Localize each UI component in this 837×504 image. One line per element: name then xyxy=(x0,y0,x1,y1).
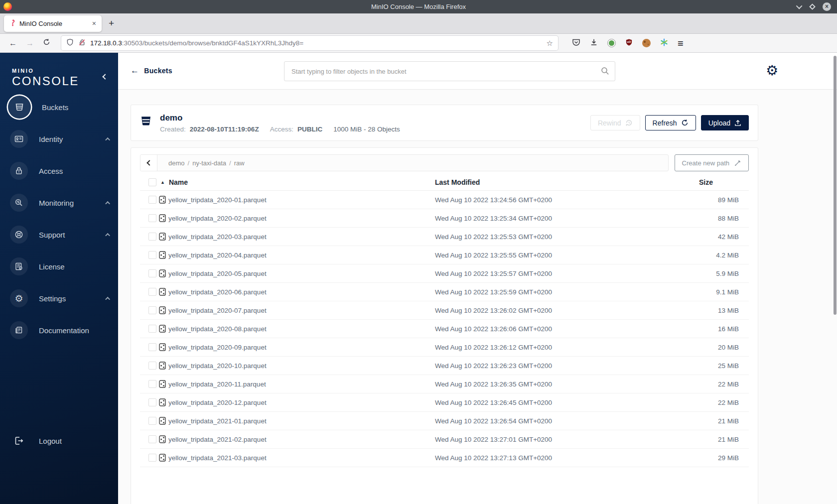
breadcrumb-segment[interactable]: raw xyxy=(234,159,245,167)
forward-icon[interactable]: → xyxy=(26,39,34,48)
table-row[interactable]: yellow_tripdata_2020-10.parquet Wed Aug … xyxy=(140,357,749,375)
object-last-modified: Wed Aug 10 2022 13:26:45 GMT+0200 xyxy=(435,399,699,406)
sidebar-item-documentation[interactable]: Documentation xyxy=(0,318,118,343)
table-row[interactable]: yellow_tripdata_2021-03.parquet Wed Aug … xyxy=(140,449,749,467)
object-name[interactable]: yellow_tripdata_2020-08.parquet xyxy=(168,325,435,333)
column-header-name[interactable]: ▲ Name xyxy=(156,178,435,186)
object-name[interactable]: yellow_tripdata_2020-02.parquet xyxy=(168,215,435,222)
table-row[interactable]: yellow_tripdata_2020-08.parquet Wed Aug … xyxy=(140,320,749,338)
path-back-button[interactable] xyxy=(140,155,157,171)
object-name[interactable]: yellow_tripdata_2020-04.parquet xyxy=(168,252,435,259)
object-name[interactable]: yellow_tripdata_2020-05.parquet xyxy=(168,270,435,277)
breadcrumb-segment[interactable]: ny-taxi-data xyxy=(192,159,226,167)
url-bar[interactable]: 172.18.0.3:30503/buckets/demo/browse/bnk… xyxy=(61,36,558,50)
object-name[interactable]: yellow_tripdata_2021-02.parquet xyxy=(168,436,435,443)
upload-button[interactable]: Upload xyxy=(701,115,749,130)
object-name[interactable]: yellow_tripdata_2020-07.parquet xyxy=(168,307,435,314)
object-name[interactable]: yellow_tripdata_2020-09.parquet xyxy=(168,344,435,351)
rewind-button[interactable]: Rewind xyxy=(590,115,640,130)
rewind-button-label: Rewind xyxy=(598,119,621,127)
maximize-icon[interactable] xyxy=(809,3,816,10)
table-row[interactable]: yellow_tripdata_2021-02.parquet Wed Aug … xyxy=(140,430,749,449)
cookie-icon[interactable] xyxy=(642,39,651,47)
back-icon[interactable]: ← xyxy=(9,39,17,48)
table-row[interactable]: yellow_tripdata_2020-06.parquet Wed Aug … xyxy=(140,283,749,301)
search-input[interactable] xyxy=(284,61,615,81)
table-row[interactable]: yellow_tripdata_2020-09.parquet Wed Aug … xyxy=(140,338,749,357)
chevron-up-icon[interactable] xyxy=(105,296,110,301)
row-checkbox[interactable] xyxy=(148,233,156,241)
bookmark-star-icon[interactable]: ☆ xyxy=(547,39,553,48)
back-to-buckets-link[interactable]: ← Buckets xyxy=(131,66,172,76)
object-name[interactable]: yellow_tripdata_2021-03.parquet xyxy=(168,454,435,462)
table-row[interactable]: yellow_tripdata_2020-01.parquet Wed Aug … xyxy=(140,191,749,209)
table-row[interactable]: yellow_tripdata_2020-07.parquet Wed Aug … xyxy=(140,301,749,320)
row-checkbox[interactable] xyxy=(148,306,156,314)
privacy-badger-icon[interactable] xyxy=(607,39,616,47)
row-checkbox[interactable] xyxy=(148,380,156,388)
row-checkbox[interactable] xyxy=(148,325,156,333)
refresh-button[interactable]: Refresh xyxy=(645,115,696,130)
table-row[interactable]: yellow_tripdata_2020-02.parquet Wed Aug … xyxy=(140,209,749,228)
row-checkbox[interactable] xyxy=(148,454,156,462)
table-row[interactable]: yellow_tripdata_2021-01.parquet Wed Aug … xyxy=(140,412,749,430)
object-name[interactable]: yellow_tripdata_2021-01.parquet xyxy=(168,417,435,425)
firefox-window: MinIO Console — Mozilla Firefox × MinIO … xyxy=(0,0,837,504)
access-icon xyxy=(10,162,28,180)
row-checkbox[interactable] xyxy=(148,398,156,406)
tab-minio-console[interactable]: MinIO Console × xyxy=(4,15,102,32)
access-value[interactable]: PUBLIC xyxy=(297,126,322,133)
row-checkbox[interactable] xyxy=(148,196,156,204)
column-header-last-modified[interactable]: Last Modified xyxy=(435,178,699,186)
new-tab-button[interactable]: + xyxy=(109,18,114,29)
sidebar-item-monitoring[interactable]: Monitoring xyxy=(0,190,118,215)
gear-icon[interactable]: ⚙ xyxy=(766,64,778,78)
sidebar-item-logout[interactable]: Logout xyxy=(0,428,118,453)
chevron-up-icon[interactable] xyxy=(105,201,110,206)
tracking-shield-icon[interactable] xyxy=(66,38,74,48)
row-checkbox[interactable] xyxy=(148,343,156,351)
chevron-up-icon[interactable] xyxy=(105,137,110,142)
object-name[interactable]: yellow_tripdata_2020-01.parquet xyxy=(168,196,435,204)
pocket-icon[interactable] xyxy=(572,38,580,48)
column-header-size[interactable]: Size xyxy=(699,178,739,186)
chevron-up-icon[interactable] xyxy=(105,233,110,238)
sidebar-item-license[interactable]: License xyxy=(0,254,118,279)
sidebar-item-identity[interactable]: Identity xyxy=(0,126,118,151)
sidebar-item-support[interactable]: Support xyxy=(0,222,118,247)
row-checkbox[interactable] xyxy=(148,435,156,443)
reload-icon[interactable] xyxy=(43,38,50,48)
row-checkbox[interactable] xyxy=(148,251,156,259)
row-checkbox[interactable] xyxy=(148,214,156,222)
row-checkbox[interactable] xyxy=(148,417,156,425)
object-name[interactable]: yellow_tripdata_2020-11.parquet xyxy=(168,380,435,388)
row-checkbox[interactable] xyxy=(148,269,156,277)
table-row[interactable]: yellow_tripdata_2020-11.parquet Wed Aug … xyxy=(140,375,749,393)
select-all-checkbox[interactable] xyxy=(148,178,156,186)
download-icon[interactable] xyxy=(590,38,598,48)
sidebar-item-access[interactable]: Access xyxy=(0,158,118,183)
object-size: 16 MiB xyxy=(699,325,739,333)
page-scrollbar[interactable] xyxy=(834,56,837,315)
breadcrumb-segment[interactable]: demo xyxy=(168,159,185,167)
object-name[interactable]: yellow_tripdata_2020-03.parquet xyxy=(168,233,435,241)
multi-account-icon[interactable] xyxy=(660,38,668,48)
menu-icon[interactable]: ≡ xyxy=(678,38,684,48)
table-row[interactable]: yellow_tripdata_2020-05.parquet Wed Aug … xyxy=(140,264,749,283)
url-text[interactable]: 172.18.0.3:30503/buckets/demo/browse/bnk… xyxy=(90,39,547,47)
object-name[interactable]: yellow_tripdata_2020-12.parquet xyxy=(168,399,435,406)
close-tab-icon[interactable]: × xyxy=(91,19,98,27)
create-new-path-button[interactable]: Create new path xyxy=(675,154,749,171)
sidebar-item-settings[interactable]: ⚙ Settings xyxy=(0,286,118,311)
table-row[interactable]: yellow_tripdata_2020-03.parquet Wed Aug … xyxy=(140,228,749,246)
row-checkbox[interactable] xyxy=(148,288,156,296)
broken-lock-icon[interactable] xyxy=(78,38,86,48)
table-row[interactable]: yellow_tripdata_2020-12.parquet Wed Aug … xyxy=(140,393,749,412)
table-row[interactable]: yellow_tripdata_2020-04.parquet Wed Aug … xyxy=(140,246,749,264)
object-name[interactable]: yellow_tripdata_2020-10.parquet xyxy=(168,362,435,370)
sidebar-item-buckets[interactable]: Buckets xyxy=(0,95,118,120)
close-window-icon[interactable]: × xyxy=(823,2,831,11)
object-name[interactable]: yellow_tripdata_2020-06.parquet xyxy=(168,288,435,296)
row-checkbox[interactable] xyxy=(148,362,156,370)
ublock-icon[interactable]: uO xyxy=(625,38,633,48)
